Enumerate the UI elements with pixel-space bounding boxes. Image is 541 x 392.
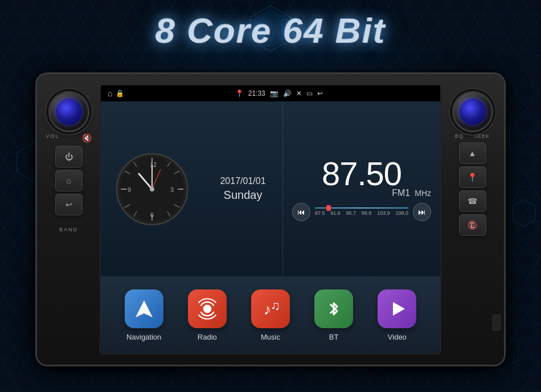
fm-prev-button[interactable]: ⏮ xyxy=(292,203,310,221)
freq-99: 99.8 xyxy=(362,210,372,216)
freq-103: 103.9 xyxy=(377,210,390,216)
video-app[interactable]: Video xyxy=(378,289,416,341)
fm-scale-bar xyxy=(315,207,408,209)
status-bar: ⌂ 🔒 📍 21:33 📷 🔊 ✕ ▭ ↩ xyxy=(101,85,440,101)
right-buttons: ▲ 📍 ☎ 📵 xyxy=(445,142,499,236)
fm-next-button[interactable]: ⏭ xyxy=(413,203,431,221)
svg-text:12: 12 xyxy=(150,161,157,168)
bt-app[interactable]: BT xyxy=(314,289,353,341)
seek-label: SEEK xyxy=(474,133,490,139)
fm-frequency: 87.50 xyxy=(322,157,401,190)
usb-port xyxy=(493,315,501,330)
date-section: 2017/01/01 Sunday xyxy=(203,101,283,276)
svg-text:6: 6 xyxy=(150,211,154,218)
band-label: BAND xyxy=(59,227,78,232)
eq-label: EQ xyxy=(455,133,464,139)
mute-icon: 🔇 xyxy=(82,133,92,142)
radio-app-label: Radio xyxy=(198,333,217,341)
home-icon[interactable]: ⌂ xyxy=(108,89,112,98)
vol-label: VOL xyxy=(46,133,60,142)
fm-scale: 87.5 91.6 95.7 99.8 103.9 108.0 xyxy=(315,203,408,220)
freq-108: 108.0 xyxy=(395,210,408,216)
status-bar-left: ⌂ 🔒 xyxy=(108,89,124,98)
bluetooth-icon xyxy=(322,297,345,320)
nav-app-label: Navigation xyxy=(126,333,161,341)
left-control-panel: VOL 🔇 ⏻ ⌂ ↩ BAND xyxy=(42,91,96,342)
phone-end-button[interactable]: 📵 xyxy=(459,214,486,236)
screen-main: 12 3 6 9 20 xyxy=(101,101,440,353)
status-bar-center: 📍 21:33 📷 🔊 ✕ ▭ ↩ xyxy=(235,89,323,97)
nav-arrow-icon xyxy=(133,297,155,320)
music-app-label: Music xyxy=(261,333,280,341)
eq-seek-labels: EQ SEEK xyxy=(455,133,490,139)
freq-87: 87.5 xyxy=(315,210,325,216)
nav-button[interactable]: 📍 xyxy=(459,166,486,188)
lock-icon: 🔒 xyxy=(116,89,124,97)
home-button[interactable]: ⌂ xyxy=(55,170,83,191)
fm-unit: MHz xyxy=(415,189,431,198)
svg-marker-28 xyxy=(136,300,153,317)
bt-app-icon xyxy=(314,289,353,328)
analog-clock: 12 3 6 9 xyxy=(115,152,189,226)
window-icon[interactable]: ▭ xyxy=(306,89,313,97)
svg-marker-32 xyxy=(393,302,405,316)
stereo-unit: VOL 🔇 ⏻ ⌂ ↩ BAND EQ SEEK ▲ 📍 ☎ 📵 xyxy=(37,74,504,365)
location-pin-icon: 📍 xyxy=(235,89,244,97)
right-control-panel: EQ SEEK ▲ 📍 ☎ 📵 xyxy=(445,91,499,342)
camera-icon: 📷 xyxy=(270,89,278,97)
radio-app[interactable]: Radio xyxy=(188,289,227,341)
phone-button[interactable]: ☎ xyxy=(459,190,486,212)
back-nav-icon[interactable]: ↩ xyxy=(317,89,323,97)
video-app-label: Video xyxy=(388,333,407,341)
day-display: Sunday xyxy=(224,189,263,202)
bt-app-label: BT xyxy=(329,333,339,341)
back-button[interactable]: ↩ xyxy=(55,194,83,215)
track-up-button[interactable]: ▲ xyxy=(459,142,486,164)
fm-scale-nums: 87.5 91.6 95.7 99.8 103.9 108.0 xyxy=(315,210,408,216)
apps-area: Navigation xyxy=(101,276,440,353)
video-app-icon xyxy=(378,289,416,328)
fm-band: FM1 xyxy=(392,188,410,198)
play-icon xyxy=(386,297,408,320)
eq-knob[interactable] xyxy=(452,91,493,132)
fm-controls: ⏮ 87.5 91.6 95.7 99.8 103.9 108.0 xyxy=(292,203,431,221)
nav-app-icon xyxy=(125,289,163,328)
left-buttons: ⏻ ⌂ ↩ xyxy=(42,146,96,215)
clock-section: 12 3 6 9 xyxy=(101,101,203,276)
status-time: 21:33 xyxy=(248,89,265,97)
music-app[interactable]: ♪ ♫ Music xyxy=(251,289,290,341)
fm-section: 87.50 FM1 MHz ⏮ 87.5 91.6 95.7 xyxy=(283,101,440,276)
volume-knob[interactable] xyxy=(48,91,89,132)
volume-icon: 🔊 xyxy=(283,89,292,97)
radio-area: 12 3 6 9 20 xyxy=(101,101,440,276)
date-display: 2017/01/01 xyxy=(220,176,265,186)
close-icon[interactable]: ✕ xyxy=(296,89,302,97)
svg-point-27 xyxy=(150,187,154,191)
screen-container: ⌂ 🔒 📍 21:33 📷 🔊 ✕ ▭ ↩ xyxy=(100,84,441,354)
fm-label-row: FM1 MHz xyxy=(292,188,431,198)
radio-waves-icon xyxy=(196,297,219,320)
power-button[interactable]: ⏻ xyxy=(55,146,83,168)
svg-text:♫: ♫ xyxy=(270,299,280,313)
page-title: 8 Core 64 Bit xyxy=(0,10,541,51)
nav-app[interactable]: Navigation xyxy=(125,289,163,341)
freq-95: 95.7 xyxy=(346,210,356,216)
radio-app-icon xyxy=(188,289,227,328)
freq-91: 91.6 xyxy=(330,210,341,216)
svg-text:3: 3 xyxy=(170,186,174,193)
svg-text:9: 9 xyxy=(128,186,131,193)
music-note-icon: ♪ ♫ xyxy=(259,297,282,320)
music-app-icon: ♪ ♫ xyxy=(251,289,290,328)
